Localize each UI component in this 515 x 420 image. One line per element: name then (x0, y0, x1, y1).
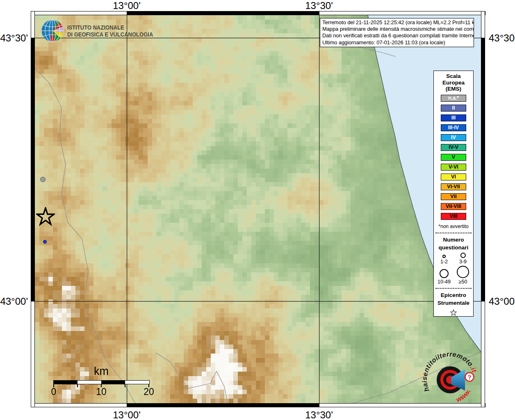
scalebar (53, 380, 150, 384)
legend-epicenter-star-icon (449, 309, 458, 317)
scalebar-unit: km (94, 365, 109, 378)
scalebar-seg-4 (125, 381, 149, 384)
scalebar-label-20: 20 (144, 386, 154, 397)
frame-left-white-2 (31, 301, 35, 407)
earthquake-info-box: Terremoto del 21-11-2025 12:25:42 (ora l… (320, 18, 474, 47)
frame-top-white-2 (319, 11, 485, 15)
ingv-logo-text: ISTITUTO NAZIONALE DI GEOFISICA E VULCAN… (67, 24, 153, 38)
epicenter-star-shape (37, 208, 54, 224)
ems-scale-list: n.a.*IIIIIIII-IVIVIV-VVV-VIVIVI-VIIVIIVI… (441, 92, 466, 220)
questionnaire-size-key: 1-23-910-49≥50 (435, 253, 472, 285)
lat-label-right-top: 43°30' (489, 32, 515, 44)
legend-panel: Scala Europea (EMS) n.a.*IIIIIIII-IVIVIV… (433, 71, 474, 317)
info-line-map: Mappa preliminare delle intensità macros… (322, 26, 472, 32)
epicenter-title: Epicentro Strumentale (438, 291, 469, 307)
questionnaire-size-item: 3-9 (453, 253, 472, 265)
legend-divider-2 (435, 288, 472, 289)
legend-title-line3: (EMS) (442, 86, 465, 92)
lat-label-right-bottom: 43°00' (489, 296, 515, 307)
ems-scale-item: VIII (441, 213, 466, 220)
questionnaires-title-line1: Numero (439, 236, 469, 244)
ems-scale-item: IV-V (441, 144, 466, 151)
epicenter-title-line1: Epicentro (438, 291, 469, 299)
info-line-event: Terremoto del 21-11-2025 12:25:42 (ora l… (322, 19, 472, 26)
ems-scale-item: V-VI (441, 164, 466, 171)
lon-label-bottom-left: 13°00' (113, 409, 141, 420)
frame-top-black (127, 11, 319, 15)
ems-scale-item: V (441, 154, 466, 161)
legend-title-line2: Europea (442, 80, 465, 86)
ingv-logo[interactable]: ISTITUTO NAZIONALE DI GEOFISICA E VULCAN… (41, 19, 169, 43)
scalebar-seg-1 (54, 381, 77, 384)
lon-label-top-left: 13°00' (113, 0, 141, 11)
frame-right-white-1 (481, 11, 485, 38)
scalebar-label-10: 10 (96, 386, 107, 397)
ems-scale-item: VII (441, 193, 466, 200)
epicenter-star (36, 207, 55, 227)
questionnaire-size-item: 10-49 (435, 266, 453, 285)
ingv-globe-icon (41, 19, 64, 43)
questionnaires-title: Numero questionari (439, 236, 469, 251)
frame-right-black (481, 38, 485, 301)
ems-scale-item: VII-VIII (441, 203, 466, 210)
lon-label-bottom-right: 13°30' (305, 409, 333, 420)
macroseismic-map-page: 13°00' 13°30' 13°00' 13°30' 43°30' 43°00… (0, 0, 515, 420)
questionnaire-size-circle-icon (457, 266, 469, 278)
questionnaire-size-label: 10-49 (438, 279, 451, 285)
questionnaire-size-label: 3-9 (459, 259, 467, 265)
ingv-logo-line1: ISTITUTO NAZIONALE (67, 24, 153, 31)
frame-top-white-1 (31, 11, 127, 15)
questionnaire-na-dot (40, 177, 46, 182)
questionnaire-size-circle-icon (460, 253, 466, 258)
scalebar-label-0: 0 (51, 386, 57, 397)
ingv-logo-line2: DI GEOFISICA E VULCANOLOGIA (67, 31, 153, 38)
scalebar-seg-3 (101, 381, 125, 384)
legend-title-line1: Scala (442, 73, 465, 80)
question-mark-icon: ? (467, 374, 471, 381)
questionnaire-size-circle-icon (440, 269, 449, 278)
epicenter-title-line2: Strumentale (438, 299, 469, 307)
terrain-map-canvas (35, 15, 481, 403)
ems-scale-item: n.a.* (441, 95, 466, 102)
frame-left-black (31, 38, 35, 301)
questionnaire-size-item: ≥50 (453, 266, 472, 285)
ems-scale-item: II (441, 105, 466, 112)
scalebar-tick-5 (77, 384, 78, 387)
legend-divider-1 (435, 233, 472, 233)
legend-footnote: *non avvertito (438, 224, 468, 229)
questionnaire-intensity-dot (43, 240, 47, 244)
frame-bottom-black (127, 403, 319, 407)
legend-title: Scala Europea (EMS) (442, 73, 465, 92)
scalebar-seg-2 (77, 381, 101, 384)
info-line-updated: Ultimo aggiornamento: 07-01-2026 11:03 (… (322, 39, 472, 46)
info-line-data: Dati non verificati estratti da 6 questi… (322, 32, 472, 39)
ems-scale-item: III (441, 114, 466, 121)
questionnaire-size-label: ≥50 (459, 279, 467, 285)
questionnaire-size-label: 1-2 (440, 259, 448, 265)
scalebar-tick-15 (125, 384, 125, 387)
questionnaires-title-line2: questionari (439, 244, 469, 251)
ems-scale-item: VI-VII (441, 183, 466, 190)
haisentitoilterremoto-logo[interactable]: ? haisentitoilterremoto.it www. (420, 348, 482, 412)
ems-scale-item: III-IV (441, 124, 466, 131)
questionnaire-size-item: 1-2 (435, 253, 453, 265)
ems-scale-item: IV (441, 134, 466, 141)
ems-scale-item: VI (441, 173, 466, 180)
frame-left-white-1 (31, 11, 35, 38)
questionnaire-size-circle-icon (442, 255, 446, 258)
lat-label-left-top: 43°30' (0, 32, 28, 44)
lat-label-left-bottom: 43°00' (0, 296, 28, 307)
lon-label-top-right: 13°30' (305, 0, 333, 11)
frame-bottom-white-1 (31, 403, 127, 407)
